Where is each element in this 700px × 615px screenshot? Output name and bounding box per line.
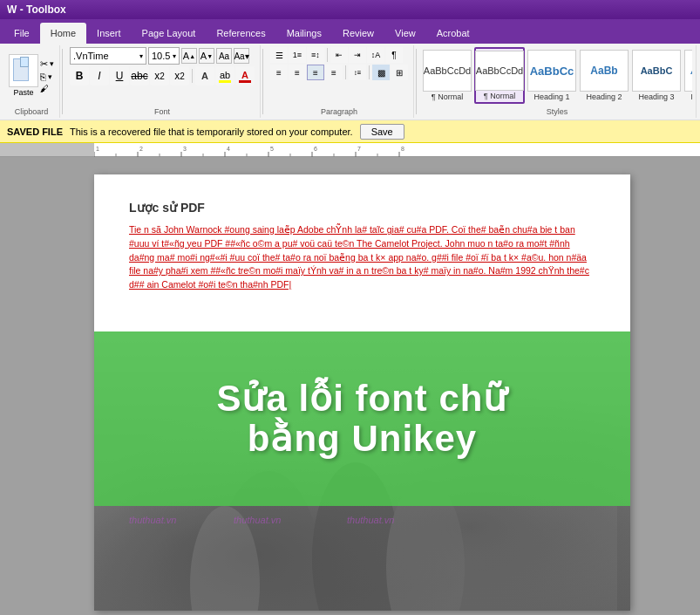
- format-painter-button[interactable]: 🖌: [40, 84, 54, 93]
- document-page[interactable]: Lược sử PDF Tie n sã John Warnock #oung …: [94, 174, 630, 611]
- style-no-spacing[interactable]: AaBbCcDd ¶ Normal: [474, 47, 525, 104]
- styles-group: AaBbCcDd ¶ Normal AaBbCcDd ¶ Normal AaBb…: [418, 45, 697, 118]
- font-group: .VnTime ▾ 10.5 ▾ A▲ A▼ Aa Aa▾ B I U abc …: [65, 45, 261, 118]
- watermark-2: thuthuat.vn: [234, 515, 281, 525]
- paragraph-group: ☰ 1≡ ≡↕ ⇤ ⇥ ↕A ¶ ≡ ≡ ≡ ≡ ↕≡ ▩ ⊞ Paragra: [265, 45, 414, 118]
- show-formatting-button[interactable]: ¶: [385, 47, 403, 63]
- notification-message: This is a recovered file that is tempora…: [70, 126, 353, 137]
- svg-text:1: 1: [96, 146, 99, 152]
- underline-button[interactable]: U: [110, 66, 129, 85]
- sort-button[interactable]: ↕A: [367, 47, 384, 63]
- svg-text:5: 5: [270, 146, 274, 152]
- borders-button[interactable]: ⊞: [391, 65, 408, 80]
- featured-banner: Sửa lỗi font chữ bằng Unikey: [94, 331, 630, 506]
- style-h3-label: Heading 3: [638, 92, 674, 101]
- bullets-button[interactable]: ☰: [270, 47, 288, 63]
- change-case-button[interactable]: Aa▾: [234, 48, 249, 64]
- ruler-left-margin: [0, 143, 94, 156]
- ruler-content: 1 2 3 4 5 6 7 8: [94, 143, 700, 156]
- style-h4-preview: AaBbCcI: [690, 66, 692, 76]
- banner-title-line1: Sửa lỗi font chữ: [216, 379, 507, 419]
- style-heading1[interactable]: AaBbCc Heading 1: [527, 47, 577, 104]
- styles-group-label: Styles: [418, 107, 696, 116]
- clear-format-button[interactable]: Aa: [216, 48, 232, 64]
- style-h2-label: Heading 2: [586, 92, 622, 101]
- align-right-button[interactable]: ≡: [307, 65, 324, 80]
- tab-view[interactable]: View: [384, 23, 426, 44]
- justify-button[interactable]: ≡: [325, 65, 343, 80]
- style-nospacing-label: ¶ Normal: [484, 92, 515, 100]
- tab-home[interactable]: Home: [40, 23, 86, 44]
- style-normal[interactable]: AaBbCcDd ¶ Normal: [422, 47, 472, 104]
- highlight-color-button[interactable]: ab: [215, 66, 234, 85]
- increase-font-button[interactable]: A▲: [181, 48, 197, 64]
- strikethrough-button[interactable]: abc: [130, 66, 149, 85]
- bold-button[interactable]: B: [70, 66, 89, 85]
- align-center-button[interactable]: ≡: [289, 65, 306, 80]
- paragraph-group-label: Paragraph: [265, 107, 413, 116]
- ribbon-tabs: File Home Insert Page Layout References …: [0, 19, 700, 44]
- align-left-button[interactable]: ≡: [270, 65, 288, 80]
- tab-review[interactable]: Review: [332, 23, 384, 44]
- style-heading4[interactable]: AaBbCcI Heading 4: [683, 47, 692, 104]
- doc-sidebar: [17, 174, 94, 611]
- style-normal-label: ¶ Normal: [432, 92, 463, 101]
- line-spacing-button[interactable]: ↕≡: [349, 65, 366, 80]
- italic-button[interactable]: I: [90, 66, 109, 85]
- style-h1-preview: AaBbCc: [530, 65, 574, 78]
- svg-text:6: 6: [314, 146, 317, 152]
- font-name-chevron: ▾: [139, 52, 143, 60]
- clipboard-group: Paste ✂▾ ⎘▾ 🖌 Clipboard: [3, 45, 60, 118]
- superscript-button[interactable]: x2: [170, 66, 189, 85]
- font-name-dropdown[interactable]: .VnTime ▾: [70, 47, 146, 65]
- style-h4-label: Heading 4: [690, 92, 692, 101]
- banner-title-line2: bằng Unikey: [248, 419, 477, 459]
- font-size-dropdown[interactable]: 10.5 ▾: [148, 47, 180, 65]
- title-bar: W - Toolbox: [0, 0, 700, 19]
- cut-button[interactable]: ✂▾: [40, 58, 54, 70]
- style-normal-preview: AaBbCcDd: [424, 65, 471, 76]
- style-heading3[interactable]: AaBbC Heading 3: [631, 47, 682, 104]
- notification-label: SAVED FILE: [7, 126, 63, 137]
- style-h3-preview: AaBbC: [641, 65, 673, 76]
- svg-text:2: 2: [139, 146, 143, 152]
- ruler: 1 2 3 4 5 6 7 8: [0, 143, 700, 157]
- featured-image-area: Sửa lỗi font chữ bằng Unikey thuthuat.vn…: [94, 331, 630, 611]
- svg-text:4: 4: [227, 146, 230, 152]
- document-body[interactable]: Tie n sã John Warnock #oung saing laẽp A…: [129, 223, 595, 292]
- copy-button[interactable]: ⎘▾: [40, 72, 54, 82]
- document-area: Lược sử PDF Tie n sã John Warnock #oung …: [0, 157, 700, 615]
- tab-page-layout[interactable]: Page Layout: [132, 23, 207, 44]
- watermark-1: thuthuat.vn: [129, 515, 176, 525]
- ribbon-toolbar: Paste ✂▾ ⎘▾ 🖌 Clipboard .VnTime: [0, 44, 700, 120]
- paste-label: Paste: [13, 88, 33, 97]
- tab-references[interactable]: References: [206, 23, 275, 44]
- document-body-text: Tie n sã John Warnock #oung saing laẽp A…: [129, 224, 589, 290]
- watermark-3: thuthuat.vn: [347, 515, 394, 525]
- style-heading2[interactable]: AaBb Heading 2: [579, 47, 629, 104]
- clipboard-label: Clipboard: [3, 107, 59, 116]
- paste-button[interactable]: Paste: [9, 54, 38, 97]
- font-size-value: 10.5: [152, 51, 170, 61]
- decrease-font-button[interactable]: A▼: [199, 48, 214, 64]
- font-color-button[interactable]: A: [235, 66, 255, 85]
- increase-indent-button[interactable]: ⇥: [349, 47, 366, 63]
- tab-acrobat[interactable]: Acrobat: [426, 23, 480, 44]
- clipboard-small-buttons: ✂▾ ⎘▾ 🖌: [40, 58, 54, 93]
- text-effects-button[interactable]: A: [195, 66, 214, 85]
- tab-insert[interactable]: Insert: [86, 23, 132, 44]
- document-title: Lược sử PDF: [129, 201, 595, 215]
- style-nospacing-preview: AaBbCcDd: [476, 66, 523, 76]
- multilevel-button[interactable]: ≡↕: [307, 47, 324, 63]
- notification-save-button[interactable]: Save: [360, 124, 404, 140]
- style-h1-label: Heading 1: [533, 92, 569, 101]
- tab-mailings[interactable]: Mailings: [276, 23, 332, 44]
- font-group-label: Font: [65, 107, 260, 116]
- shading-button[interactable]: ▩: [372, 65, 390, 80]
- tab-file[interactable]: File: [3, 23, 40, 44]
- subscript-button[interactable]: x2: [150, 66, 169, 85]
- numbering-button[interactable]: 1≡: [289, 47, 306, 63]
- decrease-indent-button[interactable]: ⇤: [330, 47, 348, 63]
- svg-text:8: 8: [401, 146, 404, 152]
- notification-bar: SAVED FILE This is a recovered file that…: [0, 120, 700, 143]
